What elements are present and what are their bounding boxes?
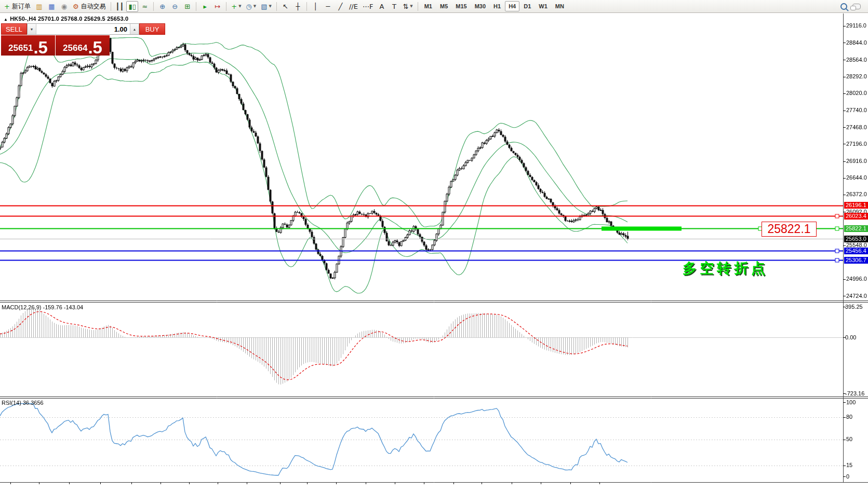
price-chart-canvas[interactable] (0, 0, 868, 492)
timeframe-m5[interactable]: M5 (436, 1, 451, 11)
auto-trading-button[interactable]: ⚙自动交易 (71, 1, 108, 12)
timeframe-h4[interactable]: H4 (505, 1, 519, 11)
timeframe-m30[interactable]: M30 (471, 1, 489, 11)
price-tick-label: 28292.0 (846, 73, 867, 79)
zoom-in-button[interactable]: ⊕ (156, 1, 168, 12)
price-tick-label: 28020.0 (846, 90, 867, 96)
rsi-tick-label: 50 (846, 436, 852, 442)
signals-icon: ◉ (61, 3, 67, 10)
timeframe-w1[interactable]: W1 (535, 1, 551, 11)
rsi-tick-label: 0 (846, 473, 849, 480)
chart-shift-button[interactable]: ↦ (211, 1, 223, 12)
main-toolbar: +新订单▥▦◉⚙自动交易┃┃▮▯≈⊕⊖⊞▸↦+▼◷▼▧▼↖┼│─╱//E⋯FAT… (0, 0, 868, 13)
text-label-icon: T (392, 3, 396, 10)
volume-up-button[interactable]: ▲ (130, 24, 139, 34)
vertical-line-button[interactable]: │ (310, 1, 322, 12)
volume-down-button[interactable]: ▼ (28, 24, 36, 34)
annotation-text[interactable]: 多空转折点 (683, 259, 768, 278)
price-badge: 25306.7 (844, 257, 868, 264)
chevron-down-icon[interactable]: ▼ (253, 4, 256, 8)
ask-price-panel[interactable]: 25664.5 (56, 35, 110, 56)
price-tick-label: 29116.0 (846, 22, 866, 29)
price-tick-label: 27196.0 (846, 141, 867, 147)
price-badge: 25822.1 (844, 225, 868, 232)
new-chart-button[interactable]: +▼ (229, 1, 243, 12)
search-button[interactable] (838, 1, 850, 12)
bar-chart-button[interactable]: ┃┃ (114, 1, 126, 12)
new-order-button[interactable]: +新订单 (2, 1, 33, 12)
arrows-icon: ⇅ (403, 3, 408, 10)
text-button[interactable]: A (376, 1, 388, 12)
macd-tick-label: 395.25 (845, 304, 863, 310)
price-tick-label: 24996.0 (846, 276, 867, 282)
toolbar-separator (418, 2, 418, 11)
bid-price-panel[interactable]: 25651.5 (1, 35, 55, 56)
bid-fraction: .5 (33, 40, 48, 54)
cursor-button[interactable]: ↖ (279, 1, 291, 12)
chevron-down-icon[interactable]: ▼ (269, 4, 272, 8)
line-chart-button[interactable]: ≈ (139, 1, 151, 12)
sell-button[interactable]: SELL (1, 23, 27, 35)
bid-main: 25651 (8, 44, 33, 52)
timeframe-h1[interactable]: H1 (490, 1, 504, 11)
fibonacci-button[interactable]: ⋯F (360, 1, 375, 12)
candlestick-chart-icon: ▮▯ (129, 3, 136, 10)
macd-tick-label: 0.00 (845, 334, 856, 340)
buy-button[interactable]: BUY (139, 23, 165, 35)
templates-icon: ▧ (261, 3, 267, 10)
templates-button[interactable]: ▧▼ (259, 1, 274, 12)
terminal-button[interactable]: ▦ (46, 1, 58, 12)
macd-tick-label: -723.16 (845, 390, 864, 397)
search-icon (840, 3, 847, 10)
toolbar-separator (276, 2, 277, 11)
price-badge: 25653.0 (844, 236, 868, 242)
price-tick-label: 26644.0 (846, 174, 867, 181)
chevron-down-icon[interactable]: ▼ (410, 4, 412, 8)
price-alert-label[interactable]: 25822.1 (762, 222, 817, 237)
auto-trading-button-label: 自动交易 (81, 2, 106, 11)
equidistant-channel-icon: //E (349, 3, 358, 10)
toolbar-separator (196, 2, 196, 11)
chart-ohlc-header: ▲HK50-,H4 25701.0 25768.0 25629.5 25653.… (4, 16, 128, 22)
auto-trading-icon: ⚙ (73, 3, 79, 10)
timeframe-m1[interactable]: M1 (421, 1, 436, 11)
crosshair-button[interactable]: ┼ (292, 1, 304, 12)
price-tick-label: 24724.0 (846, 293, 867, 299)
line-chart-icon: ≈ (142, 3, 148, 10)
periods-button[interactable]: ◷▼ (244, 1, 259, 12)
price-badge: 26023.4 (844, 213, 868, 220)
candlestick-chart-button[interactable]: ▮▯ (126, 1, 138, 12)
new-order-icon: + (4, 3, 10, 10)
rsi-tick-label: 100 (846, 399, 856, 405)
trendline-icon: ╱ (339, 3, 343, 10)
chart-shift-icon: ↦ (215, 3, 220, 10)
zoom-out-icon: ⊖ (172, 3, 178, 10)
charts-folder-button[interactable]: ▥ (33, 1, 45, 12)
text-label-button[interactable]: T (388, 1, 400, 12)
arrows-button[interactable]: ⇅▼ (400, 1, 415, 12)
timeframe-mn[interactable]: MN (552, 1, 568, 11)
timeframe-d1[interactable]: D1 (520, 1, 535, 11)
zoom-out-button[interactable]: ⊖ (169, 1, 181, 12)
horizontal-line-button[interactable]: ─ (322, 1, 334, 12)
trendline-button[interactable]: ╱ (335, 1, 346, 12)
ohlc-text: HK50-,H4 25701.0 25768.0 25629.5 25653.0 (10, 16, 128, 22)
volume-input[interactable] (36, 24, 130, 34)
auto-scroll-button[interactable]: ▸ (199, 1, 211, 12)
toolbar-separator (153, 2, 154, 11)
zoom-in-icon: ⊕ (159, 3, 165, 10)
vertical-line-icon: │ (314, 3, 318, 10)
price-badge: 25456.4 (844, 248, 868, 254)
toolbar-separator (226, 2, 226, 11)
signals-button[interactable]: ◉ (58, 1, 70, 12)
timeframe-m15[interactable]: M15 (452, 1, 470, 11)
collapse-icon[interactable]: ▲ (4, 17, 8, 22)
toolbar-separator (306, 2, 307, 11)
tile-windows-icon: ⊞ (184, 3, 190, 10)
equidistant-channel-button[interactable]: //E (347, 1, 360, 12)
tile-windows-button[interactable]: ⊞ (181, 1, 193, 12)
community-chat-button[interactable] (850, 1, 863, 12)
volume-stepper: ▼ ▲ (27, 23, 139, 35)
rsi-tick-label: 15 (846, 462, 852, 468)
chevron-down-icon[interactable]: ▼ (238, 4, 241, 8)
